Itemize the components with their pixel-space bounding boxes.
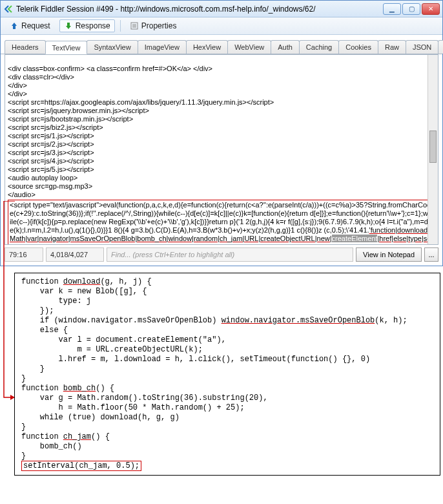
tab-syntaxview[interactable]: SyntaxView: [87, 40, 138, 54]
tab-textview[interactable]: TextView: [45, 41, 88, 54]
upload-icon: [10, 21, 19, 30]
titlebar[interactable]: Telerik Fiddler Session #499 - http://wi…: [1, 1, 442, 17]
tab-cookies[interactable]: Cookies: [338, 40, 378, 54]
selection-range: 4,018/4,027: [46, 247, 104, 262]
highlight-setinterval: setInterval(ch_jam, 0.5);: [21, 461, 141, 471]
tab-json[interactable]: JSON: [406, 40, 438, 54]
tab-hexview[interactable]: HexView: [186, 40, 228, 54]
fiddler-window: Telerik Fiddler Session #499 - http://wi…: [0, 0, 443, 266]
tab-webview[interactable]: WebView: [227, 40, 271, 54]
textview-content-pre: <div class=box-confirm> <a class=confirm…: [8, 65, 274, 198]
find-placeholder: Find... (press Ctrl+Enter to highlight a…: [111, 251, 234, 258]
more-button[interactable]: ...: [424, 247, 438, 262]
fn-chjam: ch_jam: [63, 432, 91, 441]
find-input[interactable]: Find... (press Ctrl+Enter to highlight a…: [107, 247, 353, 262]
toolbar-separator: [120, 20, 121, 32]
scroll-thumb[interactable]: [429, 131, 437, 163]
response-tabstrip: Headers TextView SyntaxView ImageView He…: [1, 37, 442, 54]
maximize-button[interactable]: ▢: [402, 3, 420, 15]
highlight-tail: |substring'.split('|'),0,{})): [253, 243, 327, 245]
tab-imageview[interactable]: ImageView: [138, 40, 187, 54]
toolbar: Request Response Properties: [1, 17, 442, 35]
properties-icon: [130, 21, 139, 30]
window-title: Telerik Fiddler Session #499 - http://wi…: [16, 5, 383, 14]
cursor-position: 79:16: [5, 247, 43, 262]
response-button[interactable]: Response: [59, 19, 115, 32]
fn-download: download: [63, 277, 101, 286]
scrollbar[interactable]: [428, 55, 438, 244]
tab-xml[interactable]: XML: [438, 40, 443, 54]
minimize-button[interactable]: ▁: [383, 3, 401, 15]
tab-headers[interactable]: Headers: [5, 40, 46, 54]
response-label: Response: [76, 21, 110, 30]
window-icon: [3, 4, 14, 14]
tab-caching[interactable]: Caching: [299, 40, 339, 54]
deobfuscated-code: function download(g, h, j) { var k = new…: [14, 273, 440, 476]
tab-raw[interactable]: Raw: [378, 40, 406, 54]
download-icon: [64, 21, 73, 30]
fn-bombch: bomb_ch: [63, 384, 96, 393]
close-button[interactable]: ✕: [422, 3, 440, 15]
call-mssave: window.navigator.msSaveOrOpenBlob: [222, 316, 375, 325]
tab-auth[interactable]: Auth: [271, 40, 300, 54]
highlight-sel-1: createElement: [332, 235, 378, 242]
properties-button[interactable]: Properties: [126, 20, 181, 32]
textview-pane[interactable]: <div class=box-confirm> <a class=confirm…: [5, 54, 438, 245]
request-label: Request: [21, 21, 50, 30]
statusbar: 79:16 4,018/4,027 Find... (press Ctrl+En…: [5, 247, 438, 262]
request-button[interactable]: Request: [6, 20, 54, 32]
highlight-block: <script type="text/javascript">eval(func…: [8, 200, 435, 245]
properties-label: Properties: [141, 21, 177, 30]
view-in-notepad-button[interactable]: View in Notepad: [356, 247, 422, 262]
